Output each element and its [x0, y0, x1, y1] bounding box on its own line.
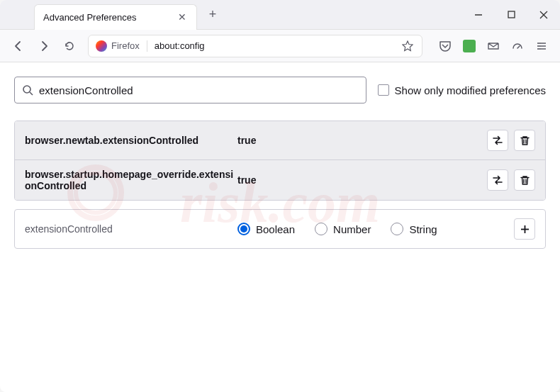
bookmark-star-icon[interactable] — [401, 39, 415, 53]
toggle-button[interactable] — [487, 169, 508, 191]
browser-toolbar: Firefox — [0, 30, 560, 62]
titlebar: Advanced Preferences ✕ + — [0, 0, 560, 30]
preferences-list: browser.newtab.extensionControlled true … — [14, 121, 546, 201]
radio-number[interactable]: Number — [315, 223, 371, 235]
pocket-icon[interactable] — [434, 35, 457, 57]
pref-name: browser.newtab.extensionControlled — [25, 135, 237, 146]
svg-line-8 — [30, 92, 33, 95]
pref-row[interactable]: browser.newtab.extensionControlled true — [15, 121, 545, 160]
maximize-button[interactable] — [495, 0, 527, 30]
search-icon — [22, 84, 33, 96]
trash-icon — [520, 135, 530, 146]
delete-button[interactable] — [514, 169, 535, 191]
new-pref-row: extensionControlled Boolean Number Strin… — [14, 209, 546, 249]
radio-icon[interactable] — [237, 223, 250, 235]
search-box[interactable] — [14, 77, 366, 103]
minimize-button[interactable] — [462, 0, 495, 30]
checkbox-label: Show only modified preferences — [395, 84, 546, 96]
toggle-icon — [492, 174, 503, 186]
svg-rect-1 — [508, 11, 515, 18]
delete-button[interactable] — [514, 130, 535, 151]
mail-icon[interactable] — [482, 35, 505, 57]
identity-label: Firefox — [111, 40, 140, 51]
close-tab-icon[interactable]: ✕ — [177, 11, 188, 23]
window-controls — [462, 0, 560, 30]
svg-point-7 — [23, 86, 30, 93]
toggle-icon — [492, 135, 503, 146]
pref-name: browser.startup.homepage_override.extens… — [25, 169, 237, 191]
extension-icon[interactable] — [458, 35, 481, 57]
radio-label: Boolean — [256, 223, 295, 235]
close-window-button[interactable] — [527, 0, 560, 30]
radio-string[interactable]: String — [391, 223, 437, 235]
add-button[interactable] — [514, 218, 535, 240]
plus-icon — [520, 224, 530, 235]
pref-value: true — [237, 174, 487, 186]
radio-icon[interactable] — [315, 223, 327, 235]
identity-box[interactable]: Firefox — [96, 40, 147, 52]
forward-button[interactable] — [33, 35, 55, 57]
trash-icon — [520, 175, 530, 186]
radio-boolean[interactable]: Boolean — [237, 223, 295, 235]
reload-button[interactable] — [58, 35, 81, 57]
radio-label: Number — [333, 223, 371, 235]
radio-icon[interactable] — [391, 223, 403, 235]
url-input[interactable] — [155, 40, 401, 51]
url-bar[interactable]: Firefox — [88, 35, 422, 57]
search-input[interactable] — [39, 84, 359, 96]
show-modified-checkbox[interactable]: Show only modified preferences — [378, 84, 546, 96]
new-tab-button[interactable]: + — [203, 5, 223, 25]
new-pref-name: extensionControlled — [25, 223, 237, 235]
checkbox-icon[interactable] — [378, 84, 389, 96]
pref-row[interactable]: browser.startup.homepage_override.extens… — [15, 160, 545, 200]
firefox-icon — [96, 40, 107, 52]
about-config-content: Show only modified preferences browser.n… — [0, 62, 560, 263]
pref-value: true — [237, 135, 487, 146]
browser-tab[interactable]: Advanced Preferences ✕ — [34, 4, 197, 30]
dashboard-icon[interactable] — [506, 35, 529, 57]
type-radio-group: Boolean Number String — [237, 223, 514, 235]
tab-title: Advanced Preferences — [43, 12, 177, 23]
menu-button[interactable] — [530, 35, 553, 57]
radio-label: String — [409, 223, 437, 235]
toggle-button[interactable] — [487, 130, 508, 151]
back-button[interactable] — [7, 35, 30, 57]
